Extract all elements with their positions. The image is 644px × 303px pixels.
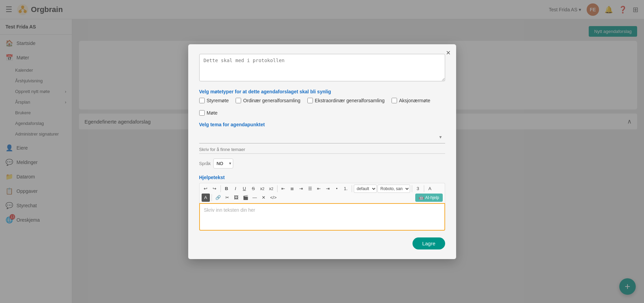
toolbar-hr-button[interactable]: — — [251, 194, 259, 202]
toolbar-redo-button[interactable]: ↪ — [211, 185, 219, 193]
toolbar-divider-6 — [212, 194, 212, 201]
toolbar-divider-1 — [221, 185, 221, 192]
save-button[interactable]: Lagre — [413, 237, 445, 249]
editor-placeholder: Skriv inn teksten din her — [204, 207, 255, 213]
toolbar-divider-5 — [424, 185, 424, 192]
ai-help-button[interactable]: 🤖 AI-hjelp — [415, 194, 443, 202]
editor-toolbar: ↩ ↪ B I U S x2 x2 ⇤ ≣ ⇥ ☰ ⇤ ⇥ • 1. defau… — [199, 183, 445, 203]
toolbar-divider-2 — [277, 185, 278, 192]
checkbox-styremote-label: Styremøte — [207, 98, 229, 103]
toolbar-unlink-button[interactable]: ✂ — [223, 194, 231, 202]
modal-overlay: × Velg møtetyper for at dette agendafors… — [0, 0, 644, 303]
toolbar-subscript-button[interactable]: x2 — [258, 185, 267, 193]
modal-close-button[interactable]: × — [446, 49, 451, 57]
protocol-textarea[interactable] — [199, 54, 445, 81]
checkbox-ekstraordinaer-input[interactable] — [307, 98, 313, 103]
save-row: Lagre — [199, 237, 445, 249]
toolbar-size-select[interactable]: default — [354, 185, 377, 193]
checkbox-mote-label: Møte — [207, 110, 218, 116]
toolbar-link-button[interactable]: 🔗 — [214, 194, 223, 202]
ai-help-label: AI-hjelp — [425, 195, 439, 200]
toolbar-italic-button[interactable]: I — [231, 185, 240, 193]
checkbox-aksjonaermote[interactable]: Aksjonærmøte — [392, 98, 430, 103]
meeting-types-row: Styremøte Ordinær generalforsamling Ekst… — [199, 98, 445, 116]
modal: × Velg møtetyper for at dette agendafors… — [188, 44, 456, 259]
toolbar-undo-button[interactable]: ↩ — [202, 185, 210, 193]
ai-help-icon: 🤖 — [419, 195, 424, 200]
toolbar-align-left-button[interactable]: ⇤ — [279, 185, 287, 193]
checkbox-aksjonaermote-input[interactable] — [392, 98, 397, 103]
toolbar-font-select[interactable]: Roboto, san — [377, 185, 410, 193]
checkbox-ordinaer-label: Ordinær generalforsamling — [243, 98, 301, 103]
checkbox-mote-input[interactable] — [199, 110, 205, 116]
toolbar-strikethrough-button[interactable]: S — [249, 185, 258, 193]
theme-select-wrap: ▾ — [199, 131, 445, 143]
helptext-label: Hjelpetekst — [199, 175, 445, 180]
toolbar-clear-button[interactable]: ✕ — [260, 194, 268, 202]
language-row: Språk NO EN SE DK ▾ — [199, 159, 445, 168]
toolbar-video-button[interactable]: 🎬 — [241, 194, 250, 202]
toolbar-indent-increase-button[interactable]: ⇥ — [324, 185, 332, 193]
toolbar-code-button[interactable]: </> — [269, 194, 279, 202]
toolbar-underline-button[interactable]: U — [240, 185, 249, 193]
toolbar-bg-color-button[interactable]: A — [202, 194, 210, 202]
checkbox-ekstraordinaer-generalforsamling[interactable]: Ekstraordinær generalforsamling — [307, 98, 385, 103]
language-select-wrap: NO EN SE DK ▾ — [213, 159, 233, 168]
toolbar-align-right-button[interactable]: ⇥ — [297, 185, 305, 193]
toolbar-superscript-button[interactable]: x2 — [267, 185, 275, 193]
toolbar-heading-button[interactable]: 3 — [414, 185, 422, 193]
theme-section: ▾ — [199, 131, 445, 156]
checkbox-ordinaer-input[interactable] — [236, 98, 241, 103]
checkbox-ekstraordinaer-label: Ekstraordinær generalforsamling — [315, 98, 385, 103]
checkbox-styremote[interactable]: Styremøte — [199, 98, 229, 103]
theme-search-input[interactable] — [199, 145, 445, 154]
checkbox-styremote-input[interactable] — [199, 98, 205, 103]
toolbar-align-center-button[interactable]: ≣ — [288, 185, 296, 193]
language-label: Språk — [199, 161, 211, 166]
toolbar-indent-decrease-button[interactable]: ⇤ — [315, 185, 323, 193]
toolbar-ordered-list-button[interactable]: 1. — [342, 185, 350, 193]
theme-select[interactable] — [199, 131, 445, 143]
checkbox-ordinaer-generalforsamling[interactable]: Ordinær generalforsamling — [236, 98, 301, 103]
toolbar-image-button[interactable]: 🖼 — [232, 194, 240, 202]
editor-content-area[interactable]: Skriv inn teksten din her — [199, 203, 445, 231]
meeting-types-label: Velg møtetyper for at dette agendaforsla… — [199, 89, 445, 94]
toolbar-unordered-list-button[interactable]: • — [333, 185, 341, 193]
toolbar-divider-4 — [412, 185, 412, 192]
language-select[interactable]: NO EN SE DK — [213, 159, 233, 168]
toolbar-bold-button[interactable]: B — [223, 185, 231, 193]
checkbox-mote[interactable]: Møte — [199, 110, 218, 116]
theme-label: Velg tema for agendapunktet — [199, 122, 445, 127]
checkbox-aksjonaermote-label: Aksjonærmøte — [399, 98, 430, 103]
toolbar-font-color-button[interactable]: A — [426, 185, 434, 193]
toolbar-align-justify-button[interactable]: ☰ — [306, 185, 314, 193]
toolbar-divider-3 — [352, 185, 352, 192]
